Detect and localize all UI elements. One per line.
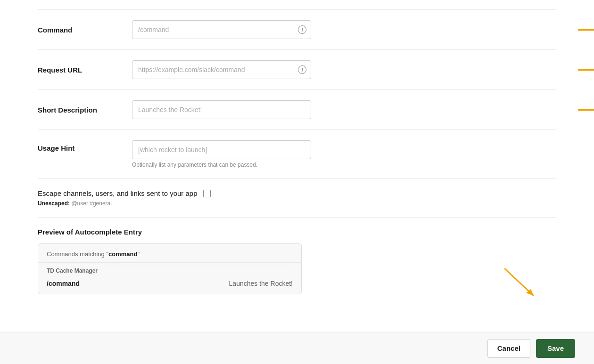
preview-group-line	[101, 271, 293, 271]
request-url-arrow-line	[578, 69, 594, 71]
escape-label: Escape channels, users, and links sent t…	[38, 189, 198, 197]
form-section: Command i Request URL i	[0, 0, 594, 305]
command-input[interactable]	[132, 20, 311, 39]
command-arrow-line	[578, 29, 594, 31]
preview-group-name: TD Cache Manager	[47, 267, 98, 274]
preview-header-text: Commands matching "	[47, 251, 108, 258]
escape-section: Escape channels, users, and links sent t…	[38, 178, 556, 217]
usage-hint-input[interactable]	[132, 140, 311, 159]
preview-command-name: /command	[47, 280, 80, 287]
command-info-icon[interactable]: i	[298, 25, 306, 34]
short-description-input[interactable]	[132, 100, 311, 119]
request-url-input[interactable]	[132, 60, 311, 79]
short-description-row: Short Description	[38, 89, 556, 129]
command-arrow-annotation	[578, 26, 594, 33]
save-arrow-annotation	[500, 264, 542, 303]
bottom-bar: Cancel Save	[0, 332, 594, 364]
preview-command-row: /command Launches the Rocket!	[38, 276, 301, 294]
request-url-field-wrapper: i	[132, 60, 311, 79]
preview-group-label: TD Cache Manager	[38, 263, 301, 276]
unescaped-hint-prefix: Unescaped:	[38, 200, 70, 207]
short-description-arrow-line	[578, 109, 594, 111]
usage-hint-row: Usage Hint Optionally list any parameter…	[38, 129, 556, 178]
preview-title: Preview of Autocomplete Entry	[38, 228, 556, 236]
request-url-arrow-annotation	[578, 66, 594, 73]
save-button[interactable]: Save	[536, 339, 575, 358]
escape-checkbox[interactable]	[203, 190, 211, 197]
short-description-field-wrapper	[132, 100, 311, 119]
request-url-info-icon[interactable]: i	[298, 65, 306, 74]
escape-row: Escape channels, users, and links sent t…	[38, 189, 556, 197]
preview-header: Commands matching "command"	[38, 244, 301, 263]
usage-hint-field-wrapper: Optionally list any parameters that can …	[132, 140, 311, 168]
command-field-wrapper: i	[132, 20, 311, 39]
preview-section: Preview of Autocomplete Entry Commands m…	[38, 217, 556, 305]
page-container: Command i Request URL i	[0, 0, 594, 364]
usage-hint-helper: Optionally list any parameters that can …	[132, 162, 311, 168]
short-description-label: Short Description	[38, 106, 132, 114]
command-label: Command	[38, 26, 132, 34]
request-url-label: Request URL	[38, 66, 132, 74]
usage-hint-label: Usage Hint	[38, 140, 132, 152]
command-row: Command i	[38, 9, 556, 49]
short-description-arrow-annotation	[578, 106, 594, 113]
preview-header-close: "	[137, 251, 140, 258]
preview-header-keyword: command	[108, 251, 137, 258]
request-url-row: Request URL i	[38, 49, 556, 89]
cancel-button[interactable]: Cancel	[487, 339, 530, 358]
unescaped-hint-value: @user #general	[71, 200, 112, 207]
unescaped-hint: Unescaped: @user #general	[38, 200, 556, 207]
preview-command-desc: Launches the Rocket!	[229, 280, 293, 287]
preview-box: Commands matching "command" TD Cache Man…	[38, 243, 302, 294]
